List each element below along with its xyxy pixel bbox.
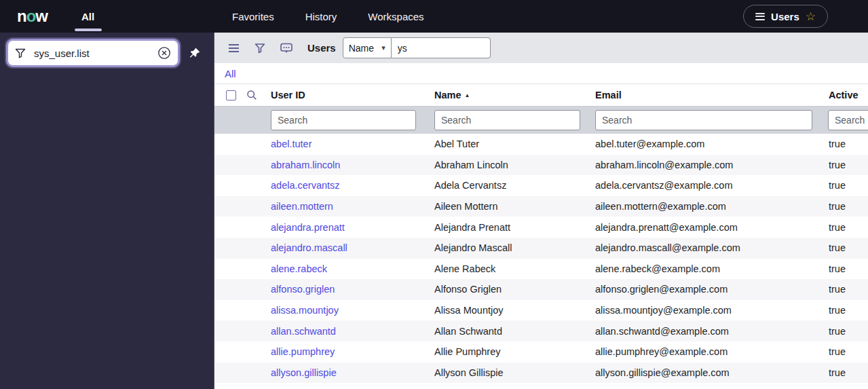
user-name-cell: Alfonso Griglen — [434, 284, 595, 295]
active-search-input[interactable] — [828, 110, 868, 130]
user-email-cell: alfonso.griglen@example.com — [595, 284, 829, 295]
user-id-link[interactable]: alejandro.mascall — [271, 242, 347, 253]
table-row: abraham.lincoln Abraham Lincoln abraham.… — [214, 155, 868, 176]
user-active-cell: true — [829, 326, 868, 337]
user-active-cell: true — [829, 284, 868, 295]
table-row: abel.tuter Abel Tuter abel.tuter@example… — [214, 134, 868, 155]
user-name-cell: Allan Schwantd — [434, 326, 595, 337]
breadcrumb-all-link[interactable]: All — [225, 68, 236, 79]
chevron-down-icon: ▾ — [381, 43, 385, 52]
user-id-link[interactable]: abraham.lincoln — [271, 160, 340, 170]
user-id-search-input[interactable] — [271, 110, 416, 130]
user-active-cell: true — [829, 367, 868, 378]
user-name-cell: Alejandra Prenatt — [434, 222, 595, 233]
user-id-cell: adela.cervantsz — [271, 180, 434, 191]
user-id-link[interactable]: alissa.mountjoy — [271, 305, 339, 316]
context-users-label: Users — [771, 11, 799, 22]
user-active-cell: true — [829, 346, 868, 357]
user-id-link[interactable]: alene.rabeck — [271, 263, 327, 274]
user-id-link[interactable]: alejandra.prenatt — [271, 222, 345, 233]
name-search-input[interactable] — [434, 110, 580, 130]
select-all-checkbox[interactable] — [226, 90, 236, 100]
user-email-cell: alejandra.prenatt@example.com — [595, 222, 829, 233]
user-id-link[interactable]: alfonso.griglen — [271, 284, 335, 295]
breadcrumb: All — [214, 63, 868, 84]
logo-letter: n — [17, 7, 26, 25]
user-active-cell: true — [829, 263, 868, 274]
user-id-link[interactable]: aileen.mottern — [271, 201, 333, 212]
hamburger-menu-icon — [228, 43, 240, 53]
topbar-left: now All — [0, 0, 214, 33]
column-header-label: User ID — [271, 90, 305, 100]
user-email-cell: alene.rabeck@example.com — [595, 263, 829, 274]
list-icon — [755, 13, 765, 20]
email-search-input[interactable] — [595, 110, 812, 130]
pushpin-icon — [189, 47, 201, 59]
column-header-label: Name — [434, 90, 461, 100]
user-id-link[interactable]: adela.cervantsz — [271, 180, 340, 191]
chat-bubble-icon — [280, 43, 293, 54]
sidebar-filter-input[interactable] — [34, 48, 157, 59]
user-id-cell: alejandra.prenatt — [271, 222, 434, 233]
pin-sidebar-button[interactable] — [189, 47, 201, 59]
user-id-link[interactable]: abel.tuter — [271, 138, 312, 149]
list-view-main: Users Name ▾ All — [214, 33, 868, 389]
table-row: alejandra.prenatt Alejandra Prenatt alej… — [214, 217, 868, 238]
user-name-cell: Alene Rabeck — [434, 263, 595, 274]
user-id-link[interactable]: allyson.gillispie — [271, 367, 337, 378]
favorite-star-icon[interactable]: ☆ — [806, 11, 816, 22]
column-header-name[interactable]: Name▲ — [434, 90, 595, 100]
app-window: now All Favorites History Workspaces Use… — [0, 0, 868, 389]
list-title: Users — [307, 42, 336, 54]
filter-icon — [15, 48, 26, 58]
user-email-cell: adela.cervantsz@example.com — [595, 180, 829, 191]
top-header-bar: now All Favorites History Workspaces Use… — [0, 0, 868, 33]
topbar-nav: Favorites History Workspaces — [232, 0, 424, 33]
table-row: alfonso.griglen Alfonso Griglen alfonso.… — [214, 279, 868, 300]
user-id-cell: abraham.lincoln — [271, 160, 434, 170]
search-icon — [246, 90, 257, 100]
column-header-label: Active — [829, 90, 858, 100]
topbar-right: Users ☆ — [743, 0, 828, 33]
context-users-button[interactable]: Users ☆ — [743, 5, 828, 28]
user-active-cell: true — [829, 305, 868, 316]
user-email-cell: alissa.mountjoy@example.com — [595, 305, 829, 316]
user-active-cell: true — [829, 180, 868, 191]
user-id-link[interactable]: allie.pumphrey — [271, 346, 335, 357]
nav-item-workspaces[interactable]: Workspaces — [368, 11, 423, 22]
list-toolbar: Users Name ▾ — [214, 33, 868, 63]
list-menu-button[interactable] — [228, 43, 240, 53]
table-row: allyson.gillispie Allyson Gillispie ally… — [214, 363, 868, 384]
filter-builder-button[interactable] — [254, 43, 265, 54]
column-search-row — [214, 107, 868, 134]
user-name-cell: Abraham Lincoln — [434, 160, 595, 170]
nav-item-history[interactable]: History — [305, 11, 337, 22]
column-header-active[interactable]: Active — [829, 90, 868, 100]
search-column-select[interactable]: Name ▾ — [343, 37, 392, 58]
user-id-cell: allyson.gillispie — [271, 367, 434, 378]
chat-button[interactable] — [280, 43, 293, 54]
servicenow-logo[interactable]: now — [17, 7, 48, 26]
table-row: alene.rabeck Alene Rabeck alene.rabeck@e… — [214, 259, 868, 280]
logo-letter-accent: o — [26, 7, 36, 25]
user-active-cell: true — [829, 138, 868, 149]
user-id-cell: aileen.mottern — [271, 201, 434, 212]
table-header-row: User ID Name▲ Email Active — [214, 84, 868, 107]
table-row: adela.cervantsz Adela Cervantsz adela.ce… — [214, 175, 868, 196]
column-header-email[interactable]: Email — [595, 90, 829, 100]
logo-letter: w — [35, 7, 48, 25]
nav-item-favorites[interactable]: Favorites — [232, 11, 274, 22]
sidebar-filter-row — [8, 41, 206, 65]
list-search-input[interactable] — [392, 37, 491, 58]
tab-all-menu[interactable]: All — [77, 0, 98, 33]
column-header-user-id[interactable]: User ID — [271, 90, 434, 100]
header-gutter — [214, 90, 271, 100]
clear-filter-button[interactable] — [157, 46, 171, 60]
tab-all-label: All — [81, 11, 94, 22]
column-search-toggle-button[interactable] — [246, 90, 257, 100]
search-column-selected: Name — [349, 43, 374, 54]
user-active-cell: true — [829, 160, 868, 170]
close-circle-icon — [157, 46, 171, 60]
user-id-link[interactable]: allan.schwantd — [271, 326, 336, 337]
active-tab-underline — [75, 29, 102, 31]
